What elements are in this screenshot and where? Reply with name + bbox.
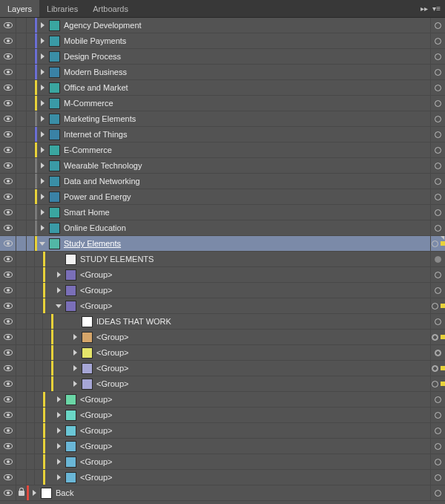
visibility-toggle[interactable]	[0, 423, 16, 438]
lock-toggle[interactable]	[16, 485, 27, 500]
lock-toggle[interactable]	[16, 376, 27, 391]
target-indicator[interactable]	[430, 96, 445, 111]
visibility-toggle[interactable]	[0, 80, 16, 95]
layer-label[interactable]: Online Education	[64, 223, 430, 232]
layer-thumbnail[interactable]	[65, 301, 76, 312]
lock-toggle[interactable]	[16, 33, 27, 48]
lock-toggle[interactable]	[16, 158, 27, 173]
layer-row[interactable]: Data and Networking	[0, 174, 445, 189]
layer-thumbnail[interactable]	[82, 332, 93, 343]
expand-toggle[interactable]	[70, 334, 80, 340]
layer-label[interactable]: <Group>	[80, 301, 430, 310]
lock-toggle[interactable]	[16, 174, 27, 189]
target-indicator[interactable]	[430, 143, 445, 157]
layer-row[interactable]: Smart Home	[0, 205, 445, 220]
lock-toggle[interactable]	[16, 205, 27, 220]
layer-row[interactable]: <Group>	[0, 267, 445, 283]
target-indicator[interactable]	[430, 80, 445, 95]
expand-toggle[interactable]	[53, 304, 64, 308]
target-indicator[interactable]	[430, 314, 445, 329]
visibility-toggle[interactable]	[0, 111, 16, 126]
layer-row[interactable]: Back	[0, 485, 445, 501]
tab-layers[interactable]: Layers	[0, 0, 39, 17]
lock-toggle[interactable]	[16, 439, 27, 454]
target-indicator[interactable]	[430, 236, 445, 251]
target-indicator[interactable]	[430, 439, 445, 454]
visibility-toggle[interactable]	[0, 267, 16, 282]
layer-label[interactable]: <Group>	[80, 457, 430, 466]
lock-toggle[interactable]	[16, 267, 27, 282]
target-indicator[interactable]	[430, 252, 445, 266]
layer-label[interactable]: <Group>	[80, 395, 430, 404]
visibility-toggle[interactable]	[0, 252, 16, 266]
layer-label[interactable]: E-Commerce	[64, 145, 430, 154]
layer-label[interactable]: Wearable Technology	[64, 161, 430, 170]
target-indicator[interactable]	[430, 298, 445, 313]
visibility-toggle[interactable]	[0, 345, 16, 360]
expand-toggle[interactable]	[37, 22, 47, 28]
visibility-toggle[interactable]	[0, 33, 16, 48]
target-indicator[interactable]	[430, 174, 445, 189]
layer-row[interactable]: <Group>	[0, 408, 445, 423]
layer-thumbnail[interactable]	[49, 129, 60, 140]
layer-thumbnail[interactable]	[82, 379, 93, 390]
target-indicator[interactable]	[430, 423, 445, 438]
lock-toggle[interactable]	[16, 345, 27, 360]
visibility-toggle[interactable]	[0, 283, 16, 298]
layer-thumbnail[interactable]	[65, 425, 76, 436]
layer-label[interactable]: Modern Business	[64, 68, 430, 76]
expand-toggle[interactable]	[37, 100, 47, 106]
layer-label[interactable]: <Group>	[80, 270, 430, 279]
layer-label[interactable]: Office and Market	[64, 83, 430, 92]
lock-toggle[interactable]	[16, 127, 27, 142]
layer-row[interactable]: <Group>	[0, 330, 445, 345]
visibility-toggle[interactable]	[0, 361, 16, 376]
lock-toggle[interactable]	[16, 392, 27, 407]
target-indicator[interactable]	[430, 485, 445, 500]
layer-label[interactable]: Back	[56, 488, 430, 497]
layer-row[interactable]: Power and Energy	[0, 189, 445, 205]
visibility-toggle[interactable]	[0, 174, 16, 189]
layer-label[interactable]: M-Commerce	[64, 99, 430, 108]
visibility-toggle[interactable]	[0, 205, 16, 220]
expand-toggle[interactable]	[37, 178, 47, 184]
layer-thumbnail[interactable]	[49, 207, 60, 218]
target-indicator[interactable]	[430, 127, 445, 142]
target-indicator[interactable]	[430, 220, 445, 235]
layer-row[interactable]: Study Elements	[0, 236, 445, 252]
layer-thumbnail[interactable]	[65, 254, 76, 265]
expand-toggle[interactable]	[53, 428, 64, 433]
layer-row[interactable]: M-Commerce	[0, 96, 445, 111]
expand-toggle[interactable]	[37, 209, 47, 215]
layer-row[interactable]: <Group>	[0, 361, 445, 376]
target-indicator[interactable]	[430, 330, 445, 344]
layer-row[interactable]: Office and Market	[0, 80, 445, 96]
lock-toggle[interactable]	[16, 111, 27, 126]
layer-thumbnail[interactable]	[49, 36, 60, 47]
layer-row[interactable]: <Group>	[0, 439, 445, 454]
layer-row[interactable]: <Group>	[0, 470, 445, 485]
layer-thumbnail[interactable]	[65, 285, 76, 296]
layer-thumbnail[interactable]	[49, 223, 60, 234]
layer-label[interactable]: Internet of Things	[64, 130, 430, 139]
layer-thumbnail[interactable]	[49, 176, 60, 187]
visibility-toggle[interactable]	[0, 314, 16, 329]
layer-row[interactable]: <Group>	[0, 298, 445, 314]
layer-label[interactable]: <Group>	[96, 333, 430, 341]
layer-label[interactable]: <Group>	[96, 364, 430, 373]
target-indicator[interactable]	[430, 158, 445, 173]
target-indicator[interactable]	[430, 392, 445, 407]
layer-label[interactable]: <Group>	[80, 410, 430, 419]
visibility-toggle[interactable]	[0, 220, 16, 235]
expand-toggle[interactable]	[70, 350, 80, 356]
target-indicator[interactable]	[430, 345, 445, 360]
tab-libraries[interactable]: Libraries	[39, 0, 85, 17]
target-indicator[interactable]	[430, 111, 445, 126]
layer-label[interactable]: <Group>	[96, 348, 430, 357]
layer-thumbnail[interactable]	[65, 456, 76, 468]
lock-toggle[interactable]	[16, 423, 27, 438]
layer-label[interactable]: Design Process	[64, 52, 430, 61]
layer-label[interactable]: Study Elements	[64, 239, 430, 248]
lock-toggle[interactable]	[16, 314, 27, 329]
layer-thumbnail[interactable]	[65, 410, 76, 421]
